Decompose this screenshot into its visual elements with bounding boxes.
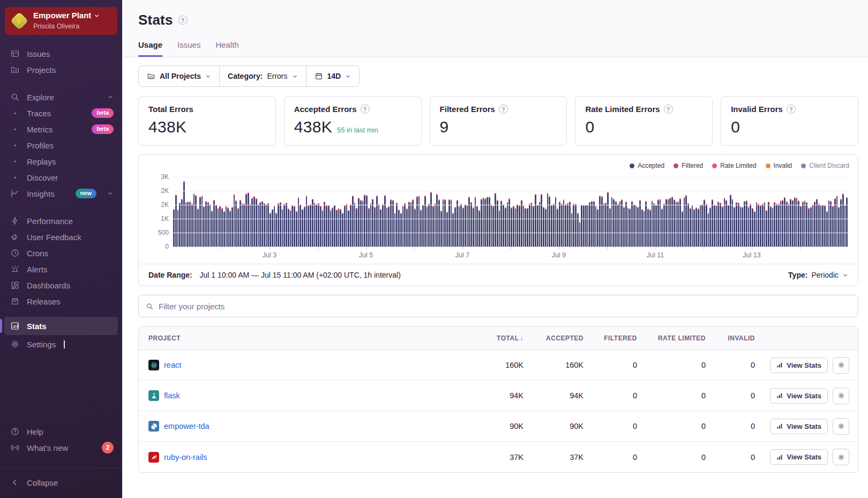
sidebar-item-discover[interactable]: • Discover — [0, 169, 122, 185]
date-range-dropdown[interactable]: 14D — [306, 66, 360, 86]
tab-usage[interactable]: Usage — [138, 40, 162, 57]
view-stats-button[interactable]: View Stats — [770, 419, 828, 434]
sidebar-item-performance[interactable]: Performance — [0, 213, 122, 229]
sidebar-item-alerts[interactable]: Alerts — [0, 261, 122, 277]
chart-bar — [259, 202, 261, 247]
chart-bar — [261, 201, 263, 247]
chart-bar — [326, 205, 327, 247]
sidebar-item-whats-new[interactable]: What's new 2 — [0, 440, 122, 456]
col-accepted[interactable]: Accepted — [525, 335, 585, 342]
help-icon[interactable]: ? — [787, 105, 796, 114]
chart-bar — [820, 205, 822, 247]
view-stats-button[interactable]: View Stats — [770, 449, 828, 465]
project-link[interactable]: react — [164, 361, 181, 369]
help-icon[interactable]: ? — [499, 105, 508, 114]
chart-bar — [213, 200, 215, 247]
project-settings-button[interactable] — [833, 449, 849, 465]
chart-bar — [242, 203, 243, 247]
sidebar-item-profiles[interactable]: • Profiles — [0, 137, 122, 153]
chevron-left-icon — [10, 478, 20, 487]
sidebar-item-user-feedback[interactable]: User Feedback — [0, 229, 122, 245]
chart-bar — [358, 198, 360, 247]
org-user: Priscila Oliveira — [33, 23, 79, 30]
help-icon[interactable]: ? — [664, 105, 673, 114]
col-rate-limited[interactable]: Rate Limited — [638, 335, 707, 342]
chart-bar — [400, 213, 402, 247]
project-link[interactable]: ruby-on-rails — [164, 453, 207, 462]
chart-bar — [674, 199, 675, 247]
total-cell: 37K — [466, 453, 525, 462]
chart-bar — [543, 207, 544, 247]
help-icon[interactable]: ? — [178, 16, 188, 25]
sidebar-item-crons[interactable]: Crons — [0, 245, 122, 261]
org-switcher[interactable]: ⚡ Empower Plant Priscila Oliveira — [5, 7, 117, 35]
tab-health[interactable]: Health — [215, 40, 238, 57]
project-settings-button[interactable] — [833, 418, 849, 435]
chart-bar — [422, 205, 424, 247]
chart-bar — [553, 204, 555, 247]
chart-bar — [484, 198, 486, 247]
chart-bar — [826, 211, 828, 247]
chart-bar — [205, 201, 207, 247]
sidebar-item-help[interactable]: Help — [0, 423, 122, 440]
chart-bar — [693, 209, 695, 247]
org-logo-icon: ⚡ — [11, 13, 27, 29]
sidebar-item-dashboards[interactable]: Dashboards — [0, 277, 122, 293]
type-dropdown[interactable]: Type: Periodic — [788, 271, 848, 279]
project-link[interactable]: flask — [164, 391, 180, 400]
sidebar-collapse-button[interactable]: Collapse — [0, 474, 122, 490]
sidebar-item-traces[interactable]: • Traces beta — [0, 105, 122, 121]
chart-bar — [370, 203, 372, 247]
col-total[interactable]: Total↓ — [466, 335, 525, 342]
chart-bar — [253, 196, 255, 247]
project-settings-button[interactable] — [833, 388, 849, 404]
sidebar-item-releases[interactable]: Releases — [0, 293, 122, 309]
category-filter-dropdown[interactable]: Category: Errors — [220, 66, 305, 86]
chart-bar — [663, 204, 665, 247]
legend-item[interactable]: Invalid — [766, 162, 792, 169]
help-icon[interactable]: ? — [361, 105, 370, 114]
rate-limited-cell: 0 — [638, 453, 707, 462]
sidebar-item-explore[interactable]: Explore — [0, 89, 122, 105]
chart-bar — [764, 202, 766, 247]
chart-bar — [274, 206, 275, 247]
col-invalid[interactable]: Invalid — [707, 335, 756, 342]
chart-bar — [245, 194, 247, 247]
sidebar-item-stats[interactable]: Stats — [4, 317, 118, 335]
project-link[interactable]: empower-tda — [164, 422, 209, 430]
total-cell: 94K — [466, 391, 525, 400]
chart-bar — [836, 196, 838, 247]
sidebar-item-projects[interactable]: Projects — [0, 62, 122, 78]
mini-bar-chart-icon — [776, 392, 783, 399]
chart-bar — [378, 204, 380, 247]
sidebar-item-settings[interactable]: Settings — [0, 336, 122, 352]
project-filter-dropdown[interactable]: All Projects — [139, 66, 219, 86]
sidebar-item-issues[interactable]: Issues — [0, 46, 122, 62]
sidebar-item-insights[interactable]: Insights new — [0, 185, 122, 202]
chart-bar — [822, 205, 824, 247]
sidebar-item-replays[interactable]: • Replays — [0, 153, 122, 169]
chart-bar — [300, 204, 301, 247]
view-stats-button[interactable]: View Stats — [770, 388, 828, 404]
view-stats-button[interactable]: View Stats — [770, 358, 828, 373]
chart-bar — [226, 206, 227, 247]
legend-item[interactable]: Rate Limited — [712, 162, 756, 169]
y-axis-tick-label: 500 — [148, 229, 169, 236]
col-filtered[interactable]: Filtered — [585, 335, 638, 342]
chart-bar — [443, 199, 444, 247]
sidebar-item-metrics[interactable]: • Metrics beta — [0, 121, 122, 137]
legend-item[interactable]: Client Discard — [801, 162, 849, 169]
chart-bar — [266, 204, 267, 247]
chart-bar — [270, 213, 271, 247]
legend-item[interactable]: Accepted — [630, 162, 664, 169]
legend-item[interactable]: Filtered — [674, 162, 703, 169]
chart-bar — [412, 199, 414, 247]
tab-issues[interactable]: Issues — [177, 40, 200, 57]
search-input[interactable] — [159, 302, 851, 311]
search-icon — [10, 92, 20, 102]
chart-bar — [322, 210, 324, 247]
project-search — [138, 295, 858, 317]
project-settings-button[interactable] — [833, 357, 849, 374]
chart-bar — [613, 199, 615, 247]
chart-bar — [195, 195, 197, 247]
